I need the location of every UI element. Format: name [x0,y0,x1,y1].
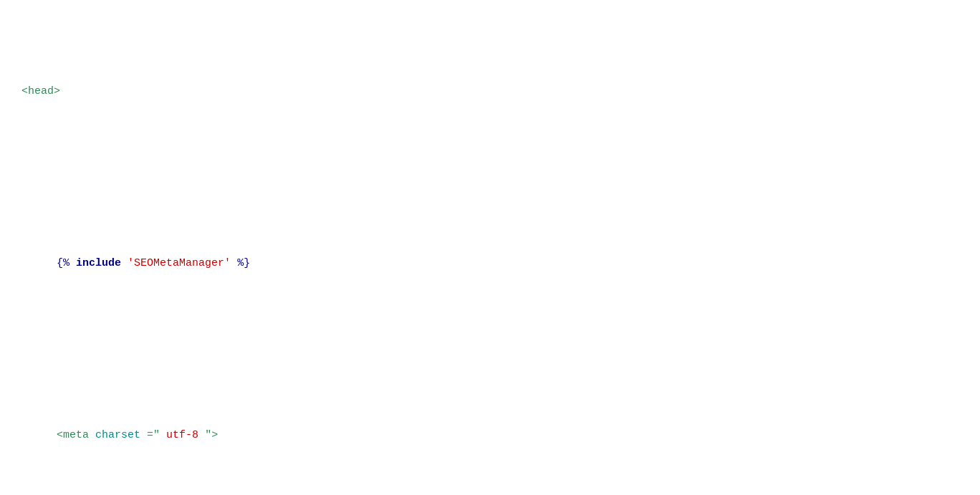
liquid-open-1: {% [57,257,69,269]
val-charset: utf-8 [166,429,198,441]
line-head: <head> [21,83,959,100]
line-blank-0 [21,169,959,186]
line-blank-1 [21,341,959,358]
tag-meta-1-open: <meta [57,429,89,441]
attr-charset: charset [95,429,140,441]
liquid-close-1: %} [237,257,250,269]
line-include-seo: {% include 'SEOMetaManager' %} [21,255,959,272]
line-meta-charset: <meta charset =" utf-8 "> [21,427,959,444]
string-seo: 'SEOMetaManager' [128,257,231,269]
tag-head-open: <head> [21,85,60,97]
keyword-include-1: include [76,257,121,269]
code-editor: <head> {% include 'SEOMetaManager' %} <m… [21,14,959,495]
